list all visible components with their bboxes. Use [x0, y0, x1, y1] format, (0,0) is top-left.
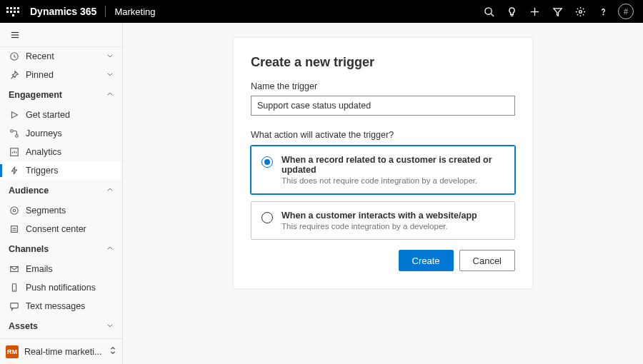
name-label: Name the trigger [251, 81, 515, 91]
nav-item-emails[interactable]: Emails [0, 260, 122, 278]
sms-icon [9, 300, 20, 312]
main-content: Create a new trigger Name the trigger Wh… [123, 23, 643, 364]
nav-item-label: Pinned [26, 70, 54, 80]
nav-item-label: Analytics [26, 147, 61, 157]
plus-icon[interactable] [523, 0, 546, 23]
updown-icon [109, 346, 116, 357]
section-label: Engagement [9, 90, 62, 100]
section-audience[interactable]: Audience [0, 180, 122, 201]
option-record-change[interactable]: When a record related to a customer is c… [251, 146, 515, 194]
svg-line-1 [491, 14, 494, 16]
svg-rect-16 [11, 226, 18, 233]
nav-item-label: Get started [26, 110, 70, 120]
chevron-up-icon [106, 90, 114, 100]
phone-icon [9, 282, 20, 293]
trigger-name-input[interactable] [251, 96, 515, 116]
nav-item-consent-center[interactable]: Consent center [0, 220, 122, 238]
option-customer-interaction[interactable]: When a customer interacts with a website… [251, 201, 515, 240]
nav-item-label: Journeys [26, 128, 62, 138]
nav-item-journeys[interactable]: Journeys [0, 124, 122, 143]
svg-point-6 [603, 14, 604, 14]
svg-point-5 [579, 10, 582, 13]
lightbulb-icon[interactable] [500, 0, 523, 23]
chevron-down-icon [106, 51, 114, 61]
nav-item-label: Emails [26, 264, 53, 274]
option-title: When a customer interacts with a website… [281, 211, 477, 221]
pin-icon [9, 69, 20, 81]
section-engagement[interactable]: Engagement [0, 84, 122, 106]
search-icon[interactable] [477, 0, 500, 23]
target-icon [9, 205, 20, 216]
journey-icon [9, 128, 20, 139]
radio-icon [261, 212, 273, 223]
module-name: Marketing [114, 6, 155, 17]
svg-point-14 [11, 207, 19, 215]
nav-item-segments[interactable]: Segments [0, 201, 122, 220]
nav-item-recent[interactable]: Recent [0, 47, 122, 66]
svg-point-11 [11, 130, 14, 133]
top-bar: Dynamics 365 Marketing # [0, 0, 643, 23]
svg-rect-20 [11, 303, 19, 308]
filter-icon[interactable] [546, 0, 569, 23]
nav-item-label: Consent center [26, 224, 86, 234]
chart-icon [9, 146, 20, 158]
app-switcher[interactable]: RM Real-time marketi... [0, 338, 122, 364]
play-icon [9, 109, 20, 121]
nav-item-triggers[interactable]: Triggers [0, 161, 122, 180]
nav-item-label: Text messages [26, 301, 85, 311]
chevron-up-icon [106, 186, 114, 196]
create-button[interactable]: Create [399, 250, 454, 271]
help-icon[interactable] [592, 0, 614, 23]
brand-name: Dynamics 365 [30, 6, 96, 17]
option-desc: This requires code integration by a deve… [281, 222, 477, 231]
side-nav: RecentPinnedEngagementGet startedJourney… [0, 23, 123, 364]
nav-item-text-messages[interactable]: Text messages [0, 297, 122, 315]
chevron-down-icon [106, 70, 114, 80]
user-avatar[interactable]: # [614, 0, 637, 23]
consent-icon [9, 223, 20, 235]
gear-icon[interactable] [569, 0, 592, 23]
nav-item-label: Push notifications [26, 283, 96, 293]
svg-point-0 [484, 7, 491, 14]
hamburger-icon[interactable] [0, 23, 122, 47]
chevron-down-icon [106, 321, 114, 331]
svg-point-12 [16, 135, 19, 138]
nav-item-label: Recent [26, 51, 54, 61]
top-divider [105, 6, 106, 17]
mail-icon [9, 263, 20, 275]
section-label: Audience [9, 186, 49, 196]
create-trigger-panel: Create a new trigger Name the trigger Wh… [233, 37, 533, 289]
nav-item-label: Segments [26, 206, 66, 216]
chevron-up-icon [106, 244, 114, 254]
cancel-button[interactable]: Cancel [459, 250, 515, 271]
option-desc: This does not require code integration b… [281, 176, 504, 185]
nav-item-analytics[interactable]: Analytics [0, 143, 122, 161]
nav-item-label: Triggers [26, 166, 58, 176]
app-badge: RM [6, 345, 19, 358]
clock-icon [9, 51, 20, 62]
radio-icon [261, 156, 273, 168]
panel-title: Create a new trigger [251, 55, 515, 70]
option-title: When a record related to a customer is c… [281, 155, 504, 175]
nav-item-pinned[interactable]: Pinned [0, 66, 122, 84]
section-channels[interactable]: Channels [0, 238, 122, 260]
app-switcher-label: Real-time marketi... [24, 347, 109, 357]
section-label: Channels [9, 244, 49, 254]
section-assets[interactable]: Assets [0, 315, 122, 337]
nav-item-get-started[interactable]: Get started [0, 106, 122, 124]
svg-point-15 [13, 209, 16, 212]
bolt-icon [9, 165, 20, 176]
nav-item-push-notifications[interactable]: Push notifications [0, 278, 122, 297]
activation-question: What action will activate the trigger? [251, 130, 515, 140]
section-label: Assets [9, 321, 38, 331]
app-launcher-icon[interactable] [6, 4, 20, 19]
